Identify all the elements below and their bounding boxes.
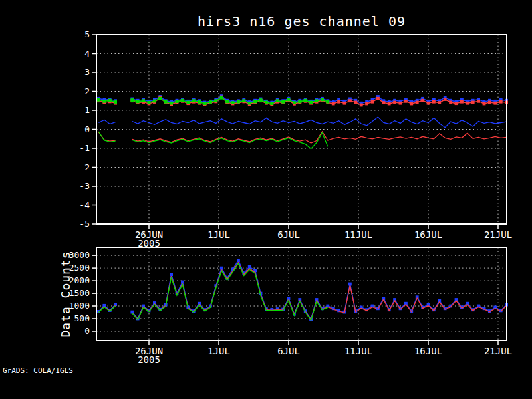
y-tick-label: -4	[79, 200, 90, 210]
marker-green-upper-markers	[142, 99, 145, 102]
marker-green-upper-markers	[192, 99, 196, 102]
marker-red-upper-markers	[337, 100, 340, 104]
marker-red-upper-markers	[416, 101, 419, 104]
marker-red-upper-markers	[444, 98, 447, 101]
y-tick-label: -1	[79, 143, 90, 153]
marker-red-upper-markers	[488, 101, 491, 104]
series-counts-red-line	[98, 263, 506, 320]
x-tick-label: 11JUL	[344, 229, 372, 240]
x-tick-label: 21JUL	[484, 229, 512, 240]
marker-green-upper-markers	[287, 98, 291, 102]
marker-red-upper-markers	[376, 97, 380, 100]
y-tick-label: 5	[84, 29, 90, 39]
marker-red-upper-markers	[360, 104, 363, 107]
marker-counts-blue-markers	[170, 273, 173, 276]
marker-green-upper-markers	[176, 100, 179, 103]
marker-red-upper-markers	[382, 101, 385, 104]
marker-green-upper-markers	[248, 102, 251, 105]
bottom-panel: 30002500200015001000500026JUN20051JUL6JU…	[69, 247, 512, 365]
marker-green-upper-markers	[242, 99, 245, 102]
gridlines	[96, 247, 507, 340]
y-tick-label: 4	[84, 49, 90, 59]
marker-counts-blue-markers	[248, 265, 251, 269]
chart-canvas: 543210-1-2-3-4-526JUN20051JUL6JUL11JUL16…	[0, 0, 532, 399]
marker-green-upper-markers	[170, 102, 173, 105]
marker-green-upper-markers	[220, 96, 223, 100]
marker-red-upper-markers	[393, 101, 396, 104]
marker-green-upper-markers	[321, 98, 324, 102]
grads-credit: GrADS: COLA/IGES	[3, 366, 73, 375]
y-tick-label: -3	[79, 181, 90, 191]
marker-red-upper-markers	[432, 100, 436, 104]
marker-red-upper-markers	[438, 101, 441, 104]
marker-red-upper-markers	[449, 101, 452, 104]
marker-green-upper-markers	[265, 101, 268, 104]
marker-green-upper-markers	[298, 100, 301, 104]
x-tick-label: 6JUL	[277, 346, 300, 356]
marker-red-upper-markers	[371, 100, 374, 104]
marker-red-upper-markers	[332, 102, 335, 106]
x-tick-sublabel: 2005	[138, 354, 160, 365]
x-tick-label: 11JUL	[344, 346, 372, 356]
marker-counts-blue-markers	[348, 283, 352, 286]
marker-red-upper-markers	[404, 100, 408, 103]
marker-green-upper-markers	[148, 101, 151, 104]
marker-green-upper-markers	[136, 100, 140, 104]
series-line-blue-middle-line	[98, 117, 506, 128]
marker-counts-blue-markers	[237, 259, 240, 262]
marker-red-upper-markers	[455, 102, 458, 105]
marker-green-upper-markers	[186, 101, 190, 104]
marker-green-upper-markers	[102, 100, 106, 103]
marker-red-upper-markers	[343, 102, 346, 105]
y-tick-label: 0	[84, 124, 90, 134]
marker-green-upper-markers	[231, 101, 235, 104]
marker-red-upper-markers	[348, 99, 352, 102]
series-line-counts-red-line	[98, 263, 506, 320]
marker-green-upper-markers	[276, 99, 279, 102]
marker-green-upper-markers	[259, 98, 263, 102]
marker-green-upper-markers	[315, 99, 319, 102]
marker-red-upper-markers	[421, 99, 424, 102]
marker-green-upper-markers	[198, 100, 201, 104]
marker-red-upper-markers	[354, 101, 357, 104]
y-tick-label: 3	[84, 67, 90, 77]
series-blue-middle-line	[98, 117, 506, 128]
gridlines	[96, 35, 507, 224]
marker-green-upper-markers	[108, 99, 112, 102]
x-tick-label: 21JUL	[484, 346, 512, 356]
marker-red-upper-markers	[460, 100, 464, 104]
marker-green-upper-markers	[214, 99, 217, 102]
series-red-lower-line	[98, 132, 506, 143]
y-tick-label: -2	[79, 162, 90, 172]
y-tick-label: 500	[74, 313, 90, 323]
bottom-panel-ylabel: Data Counts	[56, 247, 74, 340]
series-line-red-lower-line	[98, 132, 506, 143]
marker-red-upper-markers	[365, 102, 368, 106]
marker-red-upper-markers	[499, 100, 503, 104]
marker-green-upper-markers	[158, 97, 162, 100]
marker-green-upper-markers	[203, 102, 207, 105]
marker-red-upper-markers	[399, 102, 402, 105]
x-tick-label: 16JUL	[414, 229, 442, 240]
marker-green-upper-markers	[181, 99, 184, 102]
marker-red-upper-markers	[388, 102, 391, 106]
x-tick-label: 1JUL	[207, 346, 230, 356]
marker-green-upper-markers	[326, 100, 329, 104]
y-tick-label: 2	[84, 86, 90, 96]
marker-red-upper-markers	[483, 102, 486, 106]
marker-green-upper-markers	[270, 102, 273, 105]
marker-green-upper-markers	[253, 100, 257, 104]
marker-green-upper-markers	[153, 100, 156, 103]
marker-green-upper-markers	[281, 100, 285, 104]
marker-green-upper-markers	[209, 100, 212, 104]
marker-red-upper-markers	[471, 101, 475, 104]
marker-red-upper-markers	[466, 102, 469, 105]
y-tick-label: -5	[79, 219, 90, 229]
marker-green-upper-markers	[237, 100, 240, 104]
marker-red-upper-markers	[427, 102, 430, 105]
ylabel-text: Data Counts	[59, 251, 72, 337]
marker-green-upper-markers	[225, 100, 229, 104]
marker-green-upper-markers	[293, 101, 296, 104]
marker-green-upper-markers	[309, 101, 313, 104]
marker-red-upper-markers	[410, 102, 413, 106]
